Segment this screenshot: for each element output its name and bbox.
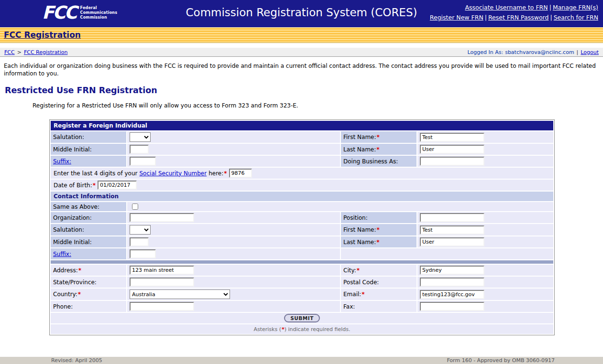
label-text: Fax: <box>343 303 355 310</box>
label-text: Middle Initial: <box>53 146 92 153</box>
middle-initial-cell-2 <box>127 236 340 247</box>
ssn-text-before: Enter the last 4 digits of your <box>54 170 137 177</box>
last-name-input-2[interactable] <box>420 237 484 246</box>
ssn-text-after: here:* <box>208 170 227 177</box>
label-text: Phone: <box>53 303 73 310</box>
email-input[interactable] <box>420 290 484 299</box>
first-name-cell-2 <box>417 224 553 236</box>
link-associate-username-to-frn[interactable]: Associate Username to FRN <box>465 4 548 11</box>
position-input[interactable] <box>420 213 484 222</box>
postal-code-input[interactable] <box>420 278 484 287</box>
last-name-label-1: Last Name:* <box>341 144 417 155</box>
label-text: Last Name: <box>343 239 376 246</box>
breadcrumb-fcc-registration-link[interactable]: FCC Registration <box>24 49 68 55</box>
row-state: State/Province: Postal Code: <box>51 277 553 288</box>
suffix-link-2[interactable]: Suffix: <box>53 251 71 257</box>
fax-input[interactable] <box>420 302 484 311</box>
city-cell <box>417 265 553 276</box>
row-dob: Date of Birth:* <box>51 180 553 191</box>
row-organization: Organization: Position: <box>51 212 553 223</box>
registration-form: Register a Foreign Individual Salutation… <box>49 119 555 335</box>
row-salutation-1: Salutation: First Name:* <box>51 131 553 143</box>
salutation-cell-1 <box>127 131 340 143</box>
label-text: First Name: <box>343 226 376 233</box>
first-name-label-1: First Name:* <box>341 131 417 143</box>
city-input[interactable] <box>420 266 484 275</box>
address-cell <box>127 265 340 276</box>
section-header-foreign-individual: Register a Foreign Individual <box>51 121 553 130</box>
page-title: Restricted Use FRN Registration <box>5 86 603 95</box>
label-text: Postal Code: <box>343 279 379 286</box>
logged-in-user: sbatchvarova@nciinc.com <box>505 49 574 55</box>
first-name-input-2[interactable] <box>420 225 484 235</box>
suffix-input-2[interactable] <box>130 249 156 258</box>
country-cell: Australia <box>127 289 340 300</box>
required-asterisk: * <box>224 170 227 177</box>
state-input[interactable] <box>130 278 194 287</box>
middle-initial-label-1: Middle Initial: <box>51 144 126 155</box>
footer: Revised: April 2005 Form 160 - Approved … <box>0 357 603 364</box>
ssn-last4-input[interactable] <box>229 169 252 178</box>
dba-input[interactable] <box>420 157 484 166</box>
label-text: here: <box>208 170 223 177</box>
logout-link[interactable]: Logout <box>581 49 599 55</box>
row-country: Country:* Australia Email:* <box>51 289 553 300</box>
pipe-separator: | <box>549 4 551 11</box>
required-asterisk: * <box>376 239 379 246</box>
middle-initial-input-2[interactable] <box>130 237 149 246</box>
page-subtitle: Registering for a Restricted Use FRN wil… <box>33 102 603 109</box>
required-asterisk: * <box>362 291 364 298</box>
same-as-above-label: Same as Above: <box>51 202 126 211</box>
last-name-cell-1 <box>417 144 553 155</box>
salutation-select-1[interactable] <box>130 132 151 142</box>
link-register-new-frn[interactable]: Register New FRN <box>430 14 483 21</box>
note-text-after: ) indicate required fields. <box>285 326 351 332</box>
label-text: State/Province: <box>53 279 97 286</box>
last-name-input-1[interactable] <box>420 145 484 154</box>
footer-form-approval: Form 160 - Approved by OMB 3060-0917 <box>447 357 555 364</box>
same-as-above-cell <box>127 202 553 211</box>
dob-input[interactable] <box>98 181 137 190</box>
suffix-empty-cell <box>341 248 553 259</box>
required-asterisk: * <box>376 146 379 153</box>
label-text: Email: <box>343 291 361 298</box>
first-name-cell-1 <box>417 131 553 143</box>
required-asterisk: * <box>377 226 380 233</box>
breadcrumb-fcc-link[interactable]: FCC <box>4 49 15 55</box>
middle-initial-input-1[interactable] <box>130 145 149 154</box>
suffix-input-1[interactable] <box>130 157 156 166</box>
middle-initial-label-2: Middle Initial: <box>51 236 126 247</box>
dba-label: Doing Business As: <box>341 156 417 167</box>
phone-label: Phone: <box>51 301 126 312</box>
address-label: Address:* <box>51 265 126 276</box>
required-asterisk: * <box>78 291 81 298</box>
salutation-select-2[interactable] <box>130 225 151 235</box>
first-name-input-1[interactable] <box>420 133 484 142</box>
fax-label: Fax: <box>341 301 417 312</box>
row-middle-initial-1: Middle Initial: Last Name:* <box>51 144 553 155</box>
last-name-cell-2 <box>417 236 553 247</box>
footer-revised: Revised: April 2005 <box>51 357 102 364</box>
phone-input[interactable] <box>130 302 194 311</box>
salutation-label-2: Salutation: <box>51 224 126 236</box>
submit-button[interactable]: SUBMIT <box>284 314 320 322</box>
link-reset-frn-password[interactable]: Reset FRN Password <box>488 14 548 21</box>
pipe-separator: | <box>550 14 552 21</box>
label-text: First Name: <box>343 134 376 140</box>
logged-in-label: Logged In As: <box>468 49 504 55</box>
breadcrumb-bar: FCC > FCC Registration Logged In As: sba… <box>0 47 603 57</box>
country-select[interactable]: Australia <box>130 289 230 299</box>
link-manage-frns[interactable]: Manage FRN(s) <box>553 4 598 11</box>
row-suffix-1: Suffix: Doing Business As: <box>51 156 553 167</box>
same-as-above-checkbox[interactable] <box>132 203 138 210</box>
ssn-help-link[interactable]: Social Security Number <box>139 170 207 177</box>
first-name-label-2: First Name:* <box>341 224 417 236</box>
section-header-contact-information: Contact Information <box>51 192 553 201</box>
fcc-registration-banner-link[interactable]: FCC Registration <box>4 30 81 40</box>
label-text: Salutation: <box>53 134 84 140</box>
link-search-for-frn[interactable]: Search for FRN <box>554 14 598 21</box>
address-input[interactable] <box>130 266 194 275</box>
row-middle-initial-2: Middle Initial: Last Name:* <box>51 236 553 247</box>
suffix-link-1[interactable]: Suffix: <box>53 158 71 165</box>
organization-input[interactable] <box>130 213 194 222</box>
